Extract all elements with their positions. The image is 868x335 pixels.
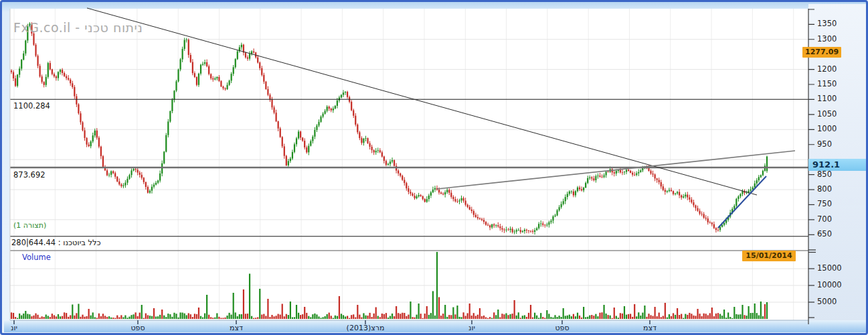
price-axis-strip (808, 4, 868, 320)
chart-window: FxG.co.il - ניתוח טכני 1100.284 873.692 … (0, 0, 868, 335)
plot-area[interactable] (10, 9, 808, 320)
time-axis-strip (4, 320, 868, 332)
